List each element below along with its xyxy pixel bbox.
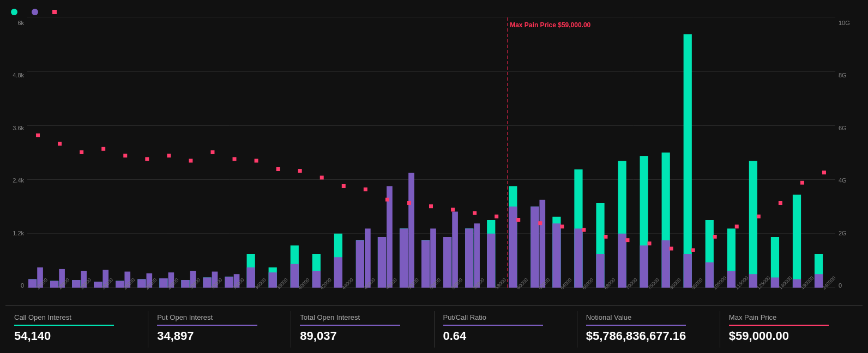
stat-put-call: Put/Call Ratio 0.64 — [435, 311, 577, 348]
stats-bar: Call Open Interest 54,140 Put Open Inter… — [5, 305, 863, 353]
y-right-6g: 6G — [839, 125, 847, 131]
calls-dot-icon — [11, 9, 17, 15]
y-right-10g: 10G — [839, 20, 850, 26]
total-oi-underline — [300, 325, 400, 326]
put-call-value: 0.64 — [443, 329, 568, 343]
y-right-2g: 2G — [839, 230, 847, 236]
notional-underline — [586, 325, 686, 326]
legend-calls — [11, 9, 21, 15]
stat-notional: Notional Value $5,786,836,677.16 — [577, 311, 720, 348]
total-oi-value: 89,037 — [300, 329, 425, 343]
y-right-0: 0 — [839, 282, 842, 289]
notional-label: Notional Value — [586, 313, 711, 321]
y-axis-right: 10G 8G 6G 4G 2G 0 — [835, 17, 863, 305]
y-right-4g: 4G — [839, 177, 847, 184]
main-chart-canvas — [27, 17, 835, 305]
chart-plot — [27, 17, 835, 305]
put-oi-label: Put Open Interest — [157, 313, 282, 321]
total-oi-label: Total Open Interest — [300, 313, 425, 321]
stat-total-oi: Total Open Interest 89,037 — [291, 311, 434, 348]
stat-put-oi: Put Open Interest 34,897 — [148, 311, 291, 348]
y-axis-left: 6k 4.8k 3.6k 2.4k 1.2k 0 — [5, 17, 27, 305]
puts-dot-icon — [32, 9, 38, 15]
max-pain-value: $59,000.00 — [729, 329, 854, 343]
put-oi-underline — [157, 325, 257, 326]
chart-container: 6k 4.8k 3.6k 2.4k 1.2k 0 10G 8G 6G 4G 2G… — [0, 0, 868, 353]
stat-max-pain: Max Pain Price $59,000.00 — [720, 311, 863, 348]
put-call-underline — [443, 325, 543, 326]
y-left-6k: 6k — [17, 20, 24, 26]
stat-call-oi: Call Open Interest 54,140 — [5, 311, 148, 348]
y-left-0: 0 — [21, 282, 24, 289]
y-right-8g: 8G — [839, 72, 847, 78]
notional-value: $5,786,836,677.16 — [586, 329, 711, 343]
call-oi-label: Call Open Interest — [14, 313, 139, 321]
chart-area: 6k 4.8k 3.6k 2.4k 1.2k 0 10G 8G 6G 4G 2G… — [5, 17, 863, 305]
call-oi-value: 54,140 — [14, 329, 139, 343]
legend — [5, 5, 863, 17]
legend-puts — [32, 9, 41, 15]
tiv-dot-icon — [52, 10, 57, 14]
max-pain-underline — [729, 325, 829, 326]
legend-tiv — [52, 10, 60, 14]
y-left-12k: 1.2k — [13, 230, 24, 236]
put-call-label: Put/Call Ratio — [443, 313, 568, 321]
y-left-36k: 3.6k — [13, 125, 24, 131]
max-pain-label: Max Pain Price — [729, 313, 854, 321]
put-oi-value: 34,897 — [157, 329, 282, 343]
y-left-48k: 4.8k — [13, 72, 24, 78]
call-oi-underline — [14, 325, 114, 326]
y-left-24k: 2.4k — [13, 177, 24, 184]
